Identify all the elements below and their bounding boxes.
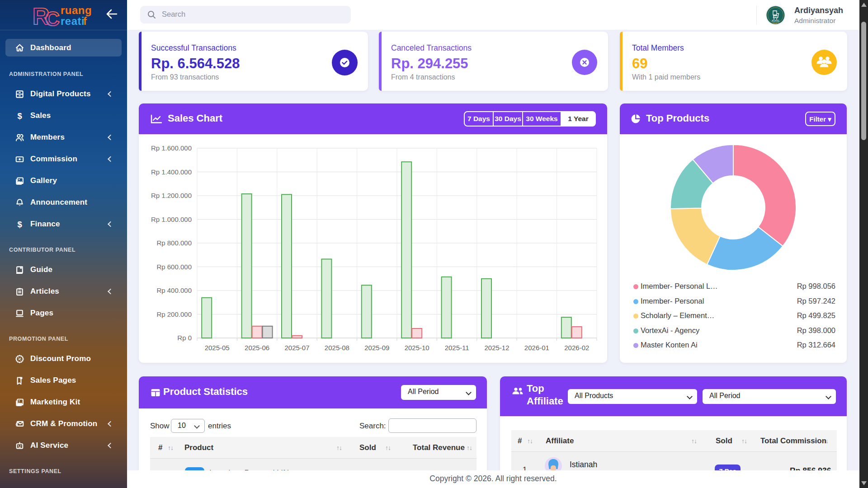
svg-text:2025-09: 2025-09 — [364, 344, 389, 352]
svg-text:CREATIF: CREATIF — [772, 22, 780, 24]
svg-text:Rp 0: Rp 0 — [177, 334, 192, 342]
svg-text:Rp 1.400.000: Rp 1.400.000 — [151, 168, 192, 176]
svg-text:2026-02: 2026-02 — [564, 344, 589, 352]
svg-text:Rp 800.000: Rp 800.000 — [156, 239, 192, 247]
svg-text:2025-05: 2025-05 — [205, 344, 230, 352]
svg-text:2026-01: 2026-01 — [524, 344, 549, 352]
svg-text:2025-10: 2025-10 — [405, 344, 429, 352]
svg-text:Rp 600.000: Rp 600.000 — [156, 263, 192, 271]
svg-text:Rp 1.600.000: Rp 1.600.000 — [151, 144, 192, 152]
svg-text:Rp 200.000: Rp 200.000 — [156, 310, 192, 318]
svg-text:2025-12: 2025-12 — [484, 344, 509, 352]
svg-text:Rp 1.000.000: Rp 1.000.000 — [151, 216, 192, 223]
svg-text:f: f — [83, 15, 87, 27]
svg-text:C: C — [45, 8, 60, 28]
svg-text:$: $ — [17, 220, 22, 229]
svg-text:2025-06: 2025-06 — [245, 344, 269, 352]
svg-text:2025-07: 2025-07 — [284, 344, 309, 352]
svg-text:Rp 1.200.000: Rp 1.200.000 — [151, 192, 192, 199]
svg-text:$: $ — [17, 111, 22, 121]
svg-text:reati: reati — [61, 15, 85, 27]
svg-text:2025-08: 2025-08 — [325, 344, 349, 352]
svg-text:ruang: ruang — [61, 4, 92, 16]
svg-text:Rp 400.000: Rp 400.000 — [156, 286, 192, 294]
svg-text:2025-11: 2025-11 — [445, 344, 469, 352]
